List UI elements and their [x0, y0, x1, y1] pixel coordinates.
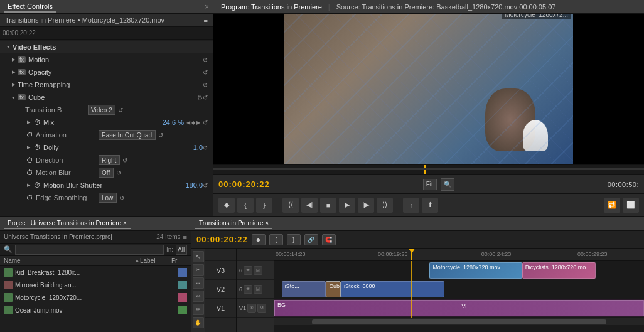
tool-zoom[interactable]: ⇔ — [193, 291, 204, 302]
direction-reset[interactable]: ↺ — [122, 157, 127, 164]
tool-slip[interactable]: ↔ — [193, 277, 204, 289]
stop-btn[interactable]: ■ — [320, 198, 336, 213]
time-remap-name: Time Remapping — [18, 81, 203, 88]
direction-dropdown[interactable]: Right — [99, 155, 120, 165]
timeline-tab-bar: Transitions in Premiere × — [191, 217, 644, 231]
v2-mute-btn[interactable]: M — [254, 285, 262, 294]
in-point-btn[interactable]: { — [237, 198, 254, 213]
video-effects-twirl[interactable] — [5, 44, 11, 50]
timeline-tab[interactable]: Transitions in Premiere × — [195, 218, 272, 229]
step-back-btn[interactable]: ◀| — [301, 198, 318, 213]
timeline-out[interactable]: } — [287, 234, 301, 245]
flyout-icon[interactable]: ≡ — [204, 16, 208, 24]
v2-eye-btn[interactable]: 👁 — [244, 285, 252, 294]
time-remap-reset[interactable]: ↺ — [203, 82, 208, 88]
opacity-reset[interactable]: ↺ — [203, 69, 208, 76]
list-item[interactable]: OceanJump.mov — [0, 304, 191, 316]
bicyclists-clip[interactable]: Bicyclists_1280x720.mo... — [522, 262, 596, 279]
timeline-snap[interactable]: 🧲 — [322, 234, 336, 245]
scroll-thumb — [312, 319, 606, 324]
istock-clip[interactable]: iStock_0000 — [341, 281, 444, 297]
lift-btn[interactable]: ↑ — [403, 198, 419, 213]
mbs-reset[interactable]: ↺ — [203, 182, 208, 189]
cube-clip[interactable]: Cube — [326, 281, 341, 297]
mix-reset[interactable]: ↺ — [203, 119, 208, 126]
motorcycle-clip[interactable]: Motorcycle_1280x720.mov — [429, 262, 522, 279]
mbs-value[interactable]: 180.0 — [185, 181, 203, 189]
mbs-twirl[interactable] — [25, 182, 31, 188]
v1-mute-btn[interactable]: M — [257, 304, 266, 313]
motion-blur-reset[interactable]: ↺ — [116, 169, 121, 176]
v3-eye-btn[interactable]: 👁 — [244, 266, 252, 275]
tool-razor[interactable]: ✂ — [193, 264, 204, 276]
mix-keyframe-toggle[interactable]: ◆ — [191, 120, 195, 126]
animation-dropdown[interactable]: Ease In Out Quad — [99, 130, 156, 140]
time-ruler[interactable]: 00:00:14:23 00:00:19:23 00:00:24:23 00:0… — [274, 249, 644, 261]
time-remap-twirl[interactable] — [10, 82, 16, 88]
project-menu-icon[interactable]: ≡ — [183, 233, 187, 241]
opacity-twirl[interactable] — [10, 69, 16, 75]
fit-dropdown[interactable]: Fit — [423, 179, 437, 190]
transition-b-reset[interactable]: ↺ — [118, 107, 123, 114]
tool-hand[interactable]: ✋ — [193, 317, 204, 328]
source-tab[interactable]: Source: Transitions in Premiere: Basketb… — [333, 2, 560, 12]
edge-smoothing-dropdown[interactable]: Low — [99, 193, 117, 203]
dolly-twirl[interactable] — [25, 144, 31, 151]
search-row: 🔍 In: All — [0, 244, 191, 256]
dolly-reset[interactable]: ↺ — [203, 144, 208, 151]
list-item[interactable]: Mirrored Building an... — [0, 279, 191, 291]
cube-twirl[interactable] — [10, 94, 16, 100]
shuttle-right-btn[interactable]: ⟩⟩ — [377, 198, 393, 213]
mix-next-keyframe[interactable]: ▶ — [196, 120, 200, 126]
timeline-in[interactable]: { — [269, 234, 283, 245]
timeline-link[interactable]: 🔗 — [304, 234, 318, 245]
track-v3-label: V3 — [205, 261, 236, 280]
monitor-tab-bar: Program: Transitions in Premiere | Sourc… — [213, 0, 644, 14]
timeline-scrollbar[interactable] — [274, 318, 644, 325]
sort-arrow: ▲ — [134, 257, 140, 264]
animation-reset[interactable]: ↺ — [158, 132, 163, 139]
dolly-value[interactable]: 1.0 — [193, 144, 203, 151]
play-btn[interactable]: ▶ — [339, 198, 355, 213]
timeline-add-marker[interactable]: ◆ — [252, 234, 266, 245]
bg-label: BG — [275, 301, 288, 309]
tool-pen[interactable]: ✏ — [193, 304, 204, 315]
v1-eye-btn[interactable]: 👁 — [247, 304, 256, 313]
mix-prev-keyframe[interactable]: ◀ — [186, 120, 190, 126]
shuttle-left-btn[interactable]: ⟨⟨ — [282, 198, 299, 213]
project-tab[interactable]: Project: Universe Transitions in Premier… — [4, 218, 131, 229]
effect-controls-tab-bar: Effect Controls × — [0, 0, 213, 14]
mix-value[interactable]: 24.6 % — [163, 119, 184, 126]
add-marker-btn[interactable]: ◆ — [218, 198, 235, 213]
motion-reset[interactable]: ↺ — [203, 56, 208, 63]
istock-short-clip[interactable]: iSto... — [282, 281, 326, 297]
out-point-btn[interactable]: } — [256, 198, 272, 213]
step-fwd-btn[interactable]: |▶ — [358, 198, 374, 213]
item-name: Motorcycle_1280x720... — [15, 294, 176, 301]
item-color — [178, 306, 187, 314]
in-dropdown[interactable]: All — [176, 245, 187, 255]
extract-btn[interactable]: ⬆ — [422, 198, 438, 213]
safe-btn[interactable]: ⬜ — [623, 198, 639, 213]
v3-mute-btn[interactable]: M — [254, 266, 262, 275]
edge-smoothing-reset[interactable]: ↺ — [119, 195, 124, 201]
motion-twirl[interactable] — [10, 56, 16, 63]
cube-settings-icon[interactable]: ⚙ — [197, 94, 203, 101]
loop-btn[interactable]: 🔁 — [604, 198, 620, 213]
scrubber-bar[interactable] — [213, 164, 644, 174]
program-tab[interactable]: Program: Transitions in Premiere — [217, 2, 326, 12]
panel-close-button[interactable]: × — [205, 3, 209, 11]
effect-controls-tab[interactable]: Effect Controls — [4, 1, 56, 13]
mix-twirl[interactable] — [25, 119, 31, 126]
item-count: 24 Items — [156, 233, 180, 240]
transition-b-dropdown[interactable]: Video 2 — [88, 105, 115, 115]
search-input[interactable] — [15, 245, 164, 255]
list-item[interactable]: Motorcycle_1280x720... — [0, 291, 191, 304]
tool-select[interactable]: ↖ — [193, 251, 204, 262]
cube-reset[interactable]: ↺ — [203, 94, 208, 101]
col-fr-header: Fr — [171, 257, 187, 264]
bg-clip[interactable]: BG Vi... — [274, 300, 644, 316]
motion-blur-dropdown[interactable]: Off — [99, 168, 114, 178]
magnify-button[interactable]: 🔍 — [441, 178, 454, 191]
list-item[interactable]: Kid_Breakfast_1280x... — [0, 266, 191, 279]
